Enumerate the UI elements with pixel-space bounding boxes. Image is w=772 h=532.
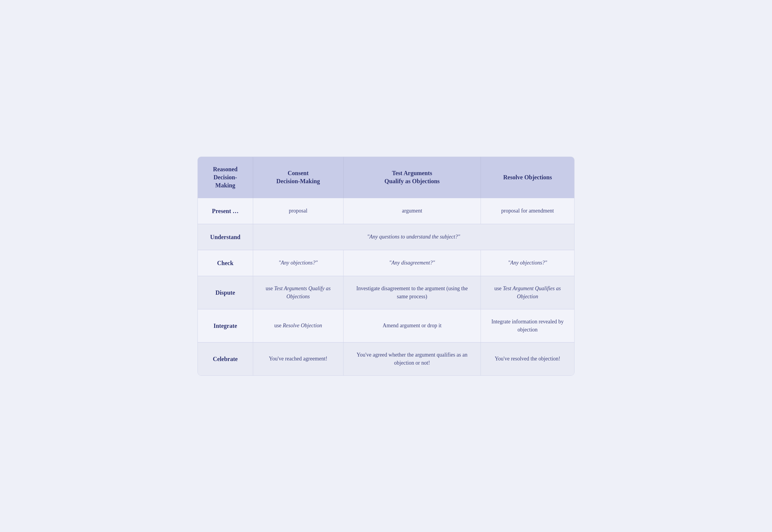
row-dispute: Dispute use Test Arguments Qualify as Ob… [198,276,574,309]
row-present: Present … proposal argument proposal for… [198,198,574,224]
row-integrate: Integrate use Resolve Objection Amend ar… [198,309,574,342]
row-dispute-col2: use Test Arguments Qualify as Objections [253,276,343,309]
header-col1: ReasonedDecision-Making [198,157,253,198]
header-col2: ConsentDecision-Making [253,157,343,198]
row-integrate-col4: Integrate information revealed by object… [481,309,574,342]
row-dispute-col4: use Test Argument Qualifies as Objection [481,276,574,309]
header-col1-text: ReasonedDecision-Making [213,166,238,189]
row-integrate-col2: use Resolve Objection [253,309,343,342]
row-celebrate-col4: You've resolved the objection! [481,342,574,375]
header-col3-text: Test ArgumentsQualify as Objections [385,170,440,184]
header-row: ReasonedDecision-Making ConsentDecision-… [198,157,574,198]
row-understand: Understand "Any questions to understand … [198,224,574,250]
row-present-col2: proposal [253,198,343,224]
comparison-table: ReasonedDecision-Making ConsentDecision-… [198,157,574,375]
row-celebrate: Celebrate You've reached agreement! You'… [198,342,574,375]
row-check-col3: "Any disagreement?" [344,250,481,276]
row-check-col2: "Any objections?" [253,250,343,276]
row-understand-label: Understand [198,224,253,250]
row-present-col4: proposal for amendment [481,198,574,224]
row-celebrate-col2: You've reached agreement! [253,342,343,375]
row-celebrate-label: Celebrate [198,342,253,375]
row-check-label: Check [198,250,253,276]
row-integrate-col3: Amend argument or drop it [344,309,481,342]
row-check: Check "Any objections?" "Any disagreemen… [198,250,574,276]
row-present-col3: argument [344,198,481,224]
header-col4: Resolve Objections [481,157,574,198]
header-col4-text: Resolve Objections [503,174,552,181]
row-check-col4: "Any objections?" [481,250,574,276]
row-celebrate-col3: You've agreed whether the argument quali… [344,342,481,375]
row-dispute-label: Dispute [198,276,253,309]
header-col3: Test ArgumentsQualify as Objections [344,157,481,198]
row-dispute-col3: Investigate disagreement to the argument… [344,276,481,309]
row-understand-content: "Any questions to understand the subject… [253,224,574,250]
header-col2-text: ConsentDecision-Making [277,170,320,184]
row-integrate-label: Integrate [198,309,253,342]
main-table-container: ReasonedDecision-Making ConsentDecision-… [198,157,574,376]
row-present-label: Present … [198,198,253,224]
